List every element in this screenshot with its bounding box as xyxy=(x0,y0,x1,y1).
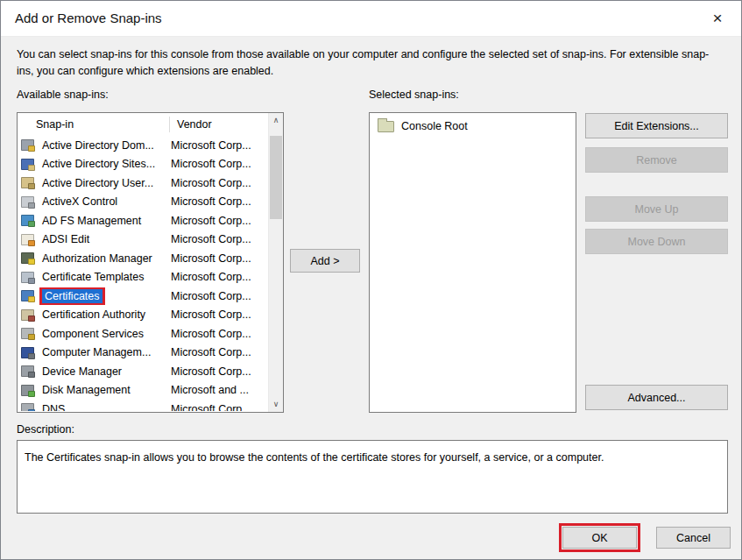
snapin-row-computer-management[interactable]: Computer Managem...Microsoft Corp... xyxy=(18,344,268,363)
snapin-vendor: Microsoft Corp... xyxy=(171,290,268,302)
snapin-row-certificate-templates[interactable]: Certificate TemplatesMicrosoft Corp... xyxy=(18,268,268,287)
snapin-row-adsi-edit[interactable]: ADSI EditMicrosoft Corp... xyxy=(18,230,268,250)
snapin-name: DNS xyxy=(39,402,171,411)
component-services-icon xyxy=(21,328,34,339)
snapin-vendor: Microsoft Corp... xyxy=(171,139,268,152)
dialog-title: Add or Remove Snap-ins xyxy=(15,1,162,36)
ok-button[interactable]: OK xyxy=(562,527,637,549)
snapin-name: Authorization Manager xyxy=(39,252,171,266)
active-directory-domains-icon xyxy=(21,139,34,151)
add-remove-snapins-dialog: Add or Remove Snap-ins × You can select … xyxy=(0,0,742,560)
snapin-row-ad-fs-management[interactable]: AD FS ManagementMicrosoft Corp... xyxy=(18,211,268,230)
authorization-manager-icon xyxy=(21,252,34,264)
snapin-vendor: Microsoft Corp... xyxy=(171,215,268,227)
scroll-down-icon[interactable]: ∨ xyxy=(269,397,283,412)
snapin-vendor: Microsoft Corp... xyxy=(171,346,268,358)
snapin-vendor: Microsoft Corp... xyxy=(171,252,268,265)
console-root-label: Console Root xyxy=(401,120,468,132)
available-snapins-label: Available snap-ins: xyxy=(17,89,109,101)
scroll-up-icon[interactable]: ∧ xyxy=(269,113,283,128)
device-manager-icon xyxy=(21,365,34,377)
snapin-row-disk-management[interactable]: Disk ManagementMicrosoft and ... xyxy=(18,381,268,401)
snapin-row-component-services[interactable]: Component ServicesMicrosoft Corp... xyxy=(18,324,268,344)
list-header: Snap-in Vendor xyxy=(18,113,268,136)
close-icon[interactable]: × xyxy=(703,1,732,36)
edit-extensions-button[interactable]: Edit Extensions... xyxy=(585,113,728,138)
snapin-row-activex-control[interactable]: ActiveX ControlMicrosoft Corp... xyxy=(18,193,268,212)
snapin-vendor: Microsoft Corp... xyxy=(171,233,268,245)
snapin-row-active-directory-sites[interactable]: Active Directory Sites...Microsoft Corp.… xyxy=(18,155,268,174)
folder-icon xyxy=(378,121,394,132)
snapin-name: AD FS Management xyxy=(39,214,171,228)
add-button[interactable]: Add > xyxy=(290,249,360,273)
certificate-templates-icon xyxy=(21,272,34,283)
list-item[interactable]: Console Root xyxy=(378,119,468,132)
certificates-icon xyxy=(21,290,34,301)
snapin-name: Component Services xyxy=(39,327,171,341)
snapin-name: ADSI Edit xyxy=(39,232,171,246)
snapin-vendor: Microsoft Corp... xyxy=(171,308,268,321)
snapin-name: Device Manager xyxy=(39,365,171,379)
active-directory-sites-icon xyxy=(21,159,34,170)
computer-management-icon xyxy=(21,347,34,358)
snapin-row-authorization-manager[interactable]: Authorization ManagerMicrosoft Corp... xyxy=(18,249,268,268)
snapin-row-active-directory-users[interactable]: Active Directory User...Microsoft Corp..… xyxy=(18,174,268,193)
snapin-name: Disk Management xyxy=(39,383,171,397)
snapin-name: Computer Managem... xyxy=(39,345,171,359)
remove-button: Remove xyxy=(585,147,728,173)
snapin-vendor: Microsoft Corp... xyxy=(171,328,268,340)
snapin-vendor: Microsoft Corp... xyxy=(171,403,268,411)
selected-snapins-list: Console Root xyxy=(369,112,576,413)
description-box: The Certificates snap-in allows you to b… xyxy=(17,440,728,514)
activex-control-icon xyxy=(21,196,34,208)
column-header-snapin[interactable]: Snap-in xyxy=(18,118,169,131)
snapin-name: Certification Authority xyxy=(39,308,171,322)
snapin-vendor: Microsoft Corp... xyxy=(171,195,268,208)
snapin-name: ActiveX Control xyxy=(39,195,171,209)
snapin-row-certification-authority[interactable]: Certification AuthorityMicrosoft Corp... xyxy=(18,306,268,325)
ad-fs-management-icon xyxy=(21,215,34,226)
snapin-row-certificates[interactable]: CertificatesMicrosoft Corp... xyxy=(18,287,268,306)
snapin-vendor: Microsoft and ... xyxy=(171,384,268,396)
snapin-name: Active Directory Sites... xyxy=(39,157,171,171)
snapin-vendor: Microsoft Corp... xyxy=(171,271,268,283)
available-snapins-list: Snap-in Vendor Active Directory Dom...Mi… xyxy=(17,112,284,413)
snapin-name: Certificates xyxy=(39,287,171,305)
title-bar: Add or Remove Snap-ins × xyxy=(1,1,741,37)
selected-snapins-label: Selected snap-ins: xyxy=(369,89,459,101)
snapin-row-dns[interactable]: DNSMicrosoft Corp... xyxy=(18,400,268,411)
advanced-button[interactable]: Advanced... xyxy=(585,385,728,410)
dns-icon xyxy=(21,403,34,411)
snapin-name: Active Directory User... xyxy=(39,176,171,190)
ok-annotation-box: OK xyxy=(559,523,640,552)
adsi-edit-icon xyxy=(21,234,34,245)
snapin-name: Active Directory Dom... xyxy=(39,138,171,152)
active-directory-users-icon xyxy=(21,177,34,188)
scrollbar[interactable]: ∧ ∨ xyxy=(268,113,283,412)
snapin-name: Certificate Templates xyxy=(39,270,171,284)
intro-text: You can select snap-ins for this console… xyxy=(17,46,721,79)
snapin-vendor: Microsoft Corp... xyxy=(171,158,268,170)
certification-authority-icon xyxy=(21,309,34,321)
available-snapins-rows: Active Directory Dom...Microsoft Corp...… xyxy=(18,136,268,411)
disk-management-icon xyxy=(21,385,34,396)
selection-annotation-box: Certificates xyxy=(39,287,105,305)
move-down-button: Move Down xyxy=(585,229,728,254)
cancel-button[interactable]: Cancel xyxy=(656,527,731,549)
column-header-vendor[interactable]: Vendor xyxy=(169,117,268,132)
snapin-vendor: Microsoft Corp... xyxy=(171,177,268,189)
snapin-row-active-directory-domains[interactable]: Active Directory Dom...Microsoft Corp... xyxy=(18,136,268,155)
snapin-vendor: Microsoft Corp... xyxy=(171,365,268,378)
move-up-button: Move Up xyxy=(585,196,728,222)
description-text: The Certificates snap-in allows you to b… xyxy=(18,441,727,464)
scrollbar-thumb[interactable] xyxy=(270,136,282,219)
description-label: Description: xyxy=(17,423,74,436)
snapin-row-device-manager[interactable]: Device ManagerMicrosoft Corp... xyxy=(18,362,268,381)
